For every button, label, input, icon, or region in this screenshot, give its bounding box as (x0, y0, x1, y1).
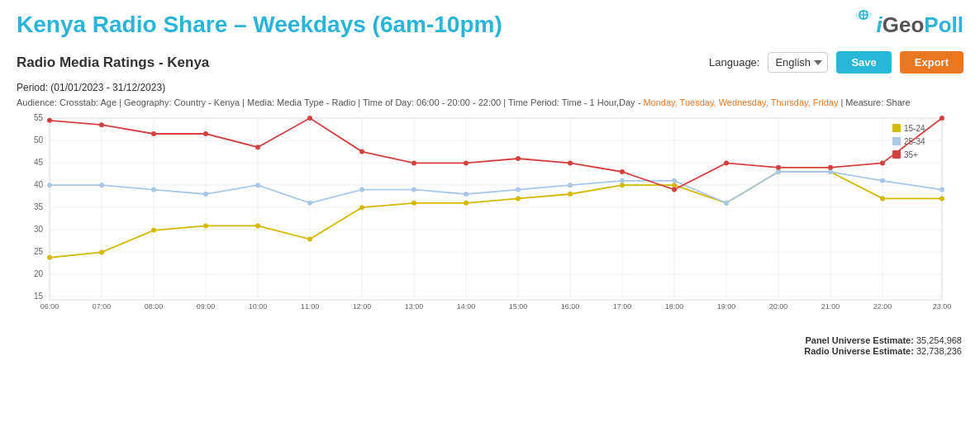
svg-text:25: 25 (34, 247, 44, 256)
dot (940, 116, 944, 121)
svg-text:18:00: 18:00 (665, 302, 684, 311)
controls-right: Language: English Save Export (709, 51, 963, 74)
dot (940, 197, 944, 202)
svg-text:45: 45 (34, 158, 44, 167)
dot (47, 255, 52, 260)
radio-label: Radio Universe Estimate: (804, 346, 914, 356)
dot (568, 183, 573, 188)
dot (255, 183, 260, 188)
svg-rect-4 (50, 118, 942, 300)
svg-text:14:00: 14:00 (457, 302, 476, 311)
period-row: Period: (01/01/2023 - 31/12/2023) (0, 80, 980, 95)
dot (880, 178, 885, 183)
dot (724, 161, 729, 166)
panel-label: Panel Universe Estimate: (805, 335, 913, 345)
dot (828, 169, 833, 174)
dot (307, 116, 312, 121)
panel-value: 35,254,968 (916, 335, 962, 345)
svg-text:13:00: 13:00 (405, 302, 424, 311)
dot (724, 201, 729, 206)
svg-text:17:00: 17:00 (613, 302, 632, 311)
dot (516, 187, 521, 192)
dot (828, 165, 833, 170)
dot (47, 118, 52, 123)
svg-text:35: 35 (34, 202, 44, 211)
dot (203, 131, 208, 136)
dot (307, 237, 312, 242)
svg-text:09:00: 09:00 (197, 302, 216, 311)
svg-text:15: 15 (34, 292, 44, 301)
svg-text:30: 30 (34, 225, 44, 234)
svg-text:16:00: 16:00 (561, 302, 580, 311)
dot (412, 201, 416, 206)
dot (412, 187, 416, 192)
chart-container: 15 20 25 30 35 40 45 50 55 06:00 07:00 0… (17, 114, 963, 332)
dot (99, 183, 104, 188)
dot (464, 201, 469, 206)
svg-text:20:00: 20:00 (769, 302, 788, 311)
dot (776, 165, 781, 170)
dot (464, 161, 469, 166)
svg-text:20: 20 (34, 269, 44, 278)
legend-label-15-24: 15-24 (904, 124, 925, 133)
dot (620, 183, 625, 188)
dot (359, 206, 364, 211)
dot (151, 131, 156, 136)
footer-stats: Panel Universe Estimate: 35,254,968 Radi… (0, 332, 980, 363)
legend-label-25-34: 25-34 (904, 137, 925, 146)
svg-text:15:00: 15:00 (509, 302, 528, 311)
dot (672, 187, 677, 192)
dot (776, 169, 781, 174)
dot (47, 183, 52, 188)
dot (940, 187, 944, 192)
svg-text:22:00: 22:00 (873, 302, 892, 311)
panel-universe: Panel Universe Estimate: 35,254,968 (0, 335, 962, 345)
section-title: Radio Media Ratings - Kenya (17, 55, 209, 71)
legend-label-35plus: 35+ (904, 150, 918, 159)
legend-color-25-34 (892, 137, 901, 145)
dot (255, 145, 260, 150)
dot (99, 250, 104, 255)
controls-row: Radio Media Ratings - Kenya Language: En… (0, 45, 980, 80)
dot (255, 224, 260, 229)
day-highlight: Monday, Tuesday, Wednesday, Thursday, Fr… (643, 97, 838, 107)
dot (464, 192, 469, 197)
header: Kenya Radio Share – Weekdays (6am-10pm) … (0, 0, 980, 45)
svg-text:07:00: 07:00 (93, 302, 112, 311)
svg-text:06:00: 06:00 (40, 302, 59, 311)
dot (151, 228, 156, 233)
radio-value: 32,738,236 (916, 346, 962, 356)
dot (203, 192, 208, 197)
legend-color-35plus (892, 150, 901, 159)
svg-text:50: 50 (34, 135, 44, 145)
svg-text:10:00: 10:00 (249, 302, 268, 311)
dot (880, 161, 885, 166)
svg-text:55: 55 (34, 114, 44, 122)
svg-text:11:00: 11:00 (301, 302, 320, 311)
logo-poll: Poll (924, 12, 963, 38)
dot (568, 192, 573, 197)
dot (568, 161, 573, 166)
svg-text:40: 40 (34, 180, 44, 189)
dot (516, 197, 521, 202)
dot (672, 178, 677, 183)
svg-text:23:00: 23:00 (933, 302, 952, 311)
dot (203, 224, 208, 229)
dot (412, 161, 416, 166)
language-select[interactable]: English (768, 52, 828, 73)
dot (672, 183, 677, 188)
logo-geo: Geo (882, 12, 925, 38)
chart-area: 15 20 25 30 35 40 45 50 55 06:00 07:00 0… (0, 114, 980, 332)
logo-i: i (877, 12, 882, 38)
language-label: Language: (709, 56, 759, 69)
svg-text:12:00: 12:00 (353, 302, 372, 311)
save-button[interactable]: Save (836, 51, 891, 74)
dot (516, 156, 521, 161)
legend-color-15-24 (892, 124, 901, 132)
export-button[interactable]: Export (900, 51, 963, 74)
dot (307, 201, 312, 206)
dot (880, 197, 885, 202)
radio-universe: Radio Universe Estimate: 32,738,236 (0, 346, 962, 356)
period-text: Period: (01/01/2023 - 31/12/2023) (17, 82, 165, 93)
dot (359, 187, 364, 192)
